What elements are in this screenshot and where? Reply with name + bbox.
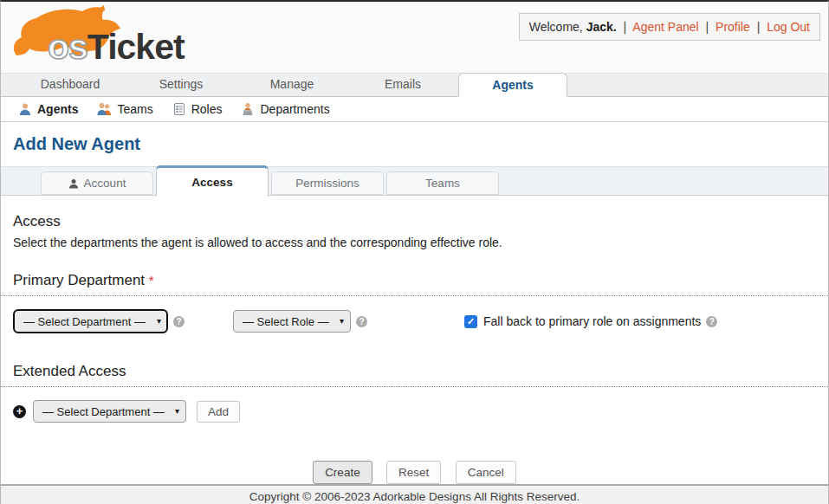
tab-teams[interactable]: Teams <box>386 171 499 195</box>
form-actions: Create Reset Cancel <box>13 461 816 484</box>
help-icon[interactable]: ? <box>356 316 367 327</box>
primary-role-select-wrap: — Select Role — ▾ <box>233 310 351 333</box>
subnav-item-agents[interactable]: Agents <box>18 102 78 116</box>
cancel-button[interactable]: Cancel <box>456 461 516 484</box>
separator: | <box>706 20 709 34</box>
primary-department-select-wrap: — Select Department — ▾ <box>13 309 168 333</box>
header: osTicket Welcome, Jack. | Agent Panel | … <box>1 2 828 73</box>
help-icon[interactable]: ? <box>173 316 185 327</box>
osticket-wordmark: osTicket <box>48 29 185 65</box>
extended-access-heading: Extended Access <box>1 363 828 387</box>
reset-button[interactable]: Reset <box>386 461 441 484</box>
profile-link[interactable]: Profile <box>716 20 750 34</box>
footer: Copyright © 2006-2023 Adorkable Designs … <box>1 484 828 504</box>
top-navigation: Dashboard Settings Manage Emails Agents <box>1 73 828 97</box>
osticket-logo: osTicket <box>4 3 204 73</box>
user-icon <box>68 178 79 189</box>
username: Jack. <box>586 20 617 34</box>
access-section-heading: Access <box>13 213 816 230</box>
subnav-item-roles[interactable]: Roles <box>172 102 223 116</box>
add-department-plus-icon[interactable]: + <box>13 405 26 418</box>
user-toolbar: Welcome, Jack. | Agent Panel | Profile |… <box>519 13 820 41</box>
sub-navigation: Agents Teams Roles <box>1 97 828 122</box>
help-icon[interactable]: ? <box>706 316 717 327</box>
separator: | <box>624 20 627 34</box>
access-section-description: Select the departments the agent is allo… <box>13 236 816 249</box>
separator: | <box>757 20 761 34</box>
subnav-label: Agents <box>37 102 78 116</box>
form-tabstrip: Account Access Permissions Teams <box>1 166 828 196</box>
logout-link[interactable]: Log Out <box>767 20 810 34</box>
nav-tab-settings[interactable]: Settings <box>126 73 236 96</box>
page-title: Add New Agent <box>13 134 816 154</box>
extended-department-select-wrap: — Select Department — ▾ <box>33 400 186 423</box>
required-asterisk: * <box>149 273 154 288</box>
subnav-item-teams[interactable]: Teams <box>97 102 152 116</box>
agent-icon <box>18 102 32 116</box>
extended-access-heading-text: Extended Access <box>13 363 126 379</box>
nav-tab-dashboard[interactable]: Dashboard <box>15 73 126 96</box>
primary-department-heading-text: Primary Department <box>13 272 145 288</box>
main-content: Add New Agent Account Access Permissions… <box>1 122 828 484</box>
tab-permissions[interactable]: Permissions <box>271 171 384 195</box>
osticket-admin-page: osTicket Welcome, Jack. | Agent Panel | … <box>0 0 829 504</box>
fallback-checkbox-group[interactable]: ✓ Fall back to primary role on assignmen… <box>464 314 701 328</box>
primary-role-select[interactable]: — Select Role — <box>233 310 351 333</box>
wordmark-ticket: Ticket <box>87 27 185 67</box>
primary-department-row: — Select Department — ▾ ? — Select Role … <box>13 309 816 333</box>
tab-label: Access <box>191 176 232 189</box>
copyright-text: Copyright © 2006-2023 Adorkable Designs … <box>249 490 580 503</box>
primary-department-select[interactable]: — Select Department — <box>13 309 168 333</box>
nav-tab-emails[interactable]: Emails <box>347 73 458 96</box>
welcome-text: Welcome, <box>529 20 583 34</box>
subnav-label: Teams <box>117 102 152 116</box>
subnav-label: Departments <box>260 102 329 116</box>
create-button[interactable]: Create <box>313 461 372 484</box>
tab-label: Teams <box>425 177 460 190</box>
tab-access[interactable]: Access <box>156 165 269 197</box>
roles-icon <box>172 102 186 116</box>
primary-department-heading: Primary Department * <box>1 272 828 296</box>
extended-access-row: + — Select Department — ▾ Add <box>13 400 816 423</box>
teams-icon <box>97 102 112 116</box>
tab-account[interactable]: Account <box>41 171 153 195</box>
nav-tab-manage[interactable]: Manage <box>236 73 347 96</box>
extended-department-select[interactable]: — Select Department — <box>33 400 186 423</box>
subnav-label: Roles <box>191 102 223 116</box>
tab-label: Permissions <box>295 177 359 190</box>
subnav-item-departments[interactable]: Departments <box>241 102 329 116</box>
agent-panel-link[interactable]: Agent Panel <box>632 20 698 34</box>
nav-tab-agents[interactable]: Agents <box>458 73 567 97</box>
departments-icon <box>241 102 255 116</box>
fallback-checkbox-label: Fall back to primary role on assignments <box>483 314 701 328</box>
add-button[interactable]: Add <box>197 401 240 423</box>
wordmark-os: os <box>48 27 87 67</box>
fallback-checkbox[interactable]: ✓ <box>464 315 477 328</box>
tab-label: Account <box>84 177 126 190</box>
